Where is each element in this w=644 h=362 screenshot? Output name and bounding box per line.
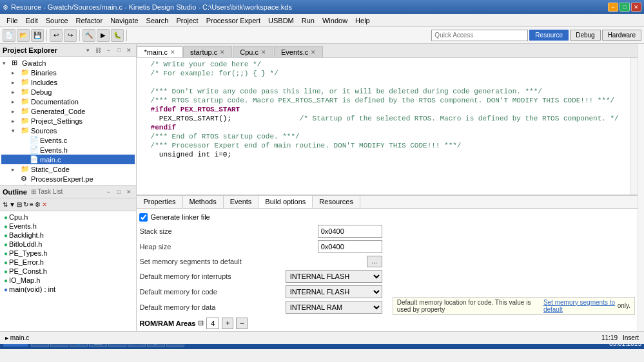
outline-bullet-icon: ● [4,232,8,239]
tree-item[interactable]: 📄main.c [1,155,135,164]
build-icon[interactable]: 🔨 [83,29,95,42]
editor-tab-Events-c[interactable]: Events.c✕ [274,46,323,57]
outline-item[interactable]: ●Backlight.h [1,231,135,240]
toolbar-sep-1 [46,30,47,41]
tree-item[interactable]: ⚙ProcessorExpert.pe [1,174,135,184]
redo-icon[interactable]: ↪ [64,29,77,42]
menu-item-window[interactable]: Window [318,15,351,26]
new-file-icon[interactable]: 📄 [3,29,15,42]
outline-item[interactable]: ●main(void) : int [1,285,135,294]
default-data-select[interactable]: INTERNAL RAM [286,301,382,314]
menu-item-run[interactable]: Run [298,15,318,26]
outline-max-icon[interactable]: □ [114,187,123,196]
editor-scrollbar[interactable] [630,58,638,195]
tree-item[interactable]: 📄Events.c [1,135,135,145]
set-memory-button[interactable]: ... [367,256,382,267]
menu-item-source[interactable]: Source [42,15,72,26]
editor-tab-Cpu-c[interactable]: Cpu.c✕ [233,46,273,57]
prop-tab-methods[interactable]: Methods [183,196,224,208]
tree-expand-icon [21,137,28,144]
prop-tab-resources[interactable]: Resources [313,196,360,208]
close-button[interactable]: ✕ [631,3,641,12]
menu-item-file[interactable]: File [3,15,22,26]
stack-size-input[interactable] [318,225,382,238]
tree-item[interactable]: 📄Events.h [1,145,135,155]
menu-item-search[interactable]: Search [142,15,173,26]
debug-icon[interactable]: 🐛 [111,29,124,42]
generate-linker-checkbox[interactable] [139,213,148,222]
tree-item[interactable]: ▸📁Debug [1,87,135,97]
perspective-btn-debug[interactable]: Debug [570,30,600,41]
code-editor[interactable]: /* Write your code here */ /* For exampl… [137,58,638,195]
save-icon[interactable]: 💾 [31,29,44,42]
prop-tab-build-options[interactable]: Build options [259,196,313,208]
panel-min-icon[interactable]: − [104,46,113,55]
outline-item[interactable]: ●BitloLddl.h [1,240,135,249]
undo-icon[interactable]: ↩ [50,29,63,42]
settings-icon[interactable]: ⚙ [35,201,41,208]
mark-icon[interactable]: ✕ [42,201,47,208]
outline-item[interactable]: ●Events.h [1,222,135,231]
sort-icon[interactable]: ⇅ [3,201,8,208]
open-icon[interactable]: 📂 [17,29,30,42]
tree-item[interactable]: ▾📁Sources [1,126,135,135]
tree-item[interactable]: ▸📁Binaries [1,68,135,77]
filter-icon[interactable]: ▼ [9,201,15,208]
menu-item-edit[interactable]: Edit [22,15,42,26]
editor-tab--main-c[interactable]: *main.c✕ [137,46,182,57]
romram-remove-button[interactable]: − [236,318,248,329]
panel-close-icon[interactable]: ✕ [124,46,133,55]
tree-item[interactable]: ▸📁Generated_Code [1,106,135,116]
outline-item[interactable]: ●PE_Types.h [1,249,135,258]
tab-close-icon[interactable]: ✕ [311,49,316,55]
prop-tab-events[interactable]: Events [224,196,259,208]
default-interrupts-select[interactable]: INTERNAL FLASH [286,270,382,283]
menu-item-project[interactable]: Project [172,15,202,26]
perspective-btn-resource[interactable]: Resource [529,30,569,41]
info-link[interactable]: Set memory segments to default [543,299,618,313]
menu-item-usbdm[interactable]: USBDM [264,15,298,26]
outline-item[interactable]: ●Cpu.h [1,213,135,222]
code-line: unsigned int i=0; [142,151,632,160]
link-icon[interactable]: ⛓ [93,46,102,55]
tree-type-icon: 📄 [30,146,39,154]
tab-close-icon[interactable]: ✕ [261,49,266,55]
tab-close-icon[interactable]: ✕ [170,49,175,55]
romram-header: ROM/RAM Areas ⊟ 4 + − [139,318,635,329]
minimize-button[interactable]: − [608,3,618,12]
default-code-select[interactable]: INTERNAL FLASH [286,285,382,298]
quick-access-input[interactable] [431,30,528,41]
romram-add-button[interactable]: + [222,318,233,329]
panel-max-icon[interactable]: □ [114,46,123,55]
menu-item-processor expert[interactable]: Processor Expert [202,15,264,26]
tree-item[interactable]: ▸📁Static_Code [1,164,135,174]
menu-item-help[interactable]: Help [351,15,374,26]
status-text: ▸ main.c [5,334,29,341]
editor-tab-startup-c[interactable]: startup.c✕ [183,46,232,57]
tab-close-icon[interactable]: ✕ [220,49,225,55]
outline-item[interactable]: ●PE_Error.h [1,258,135,267]
tree-item[interactable]: ▸📁Project_Settings [1,116,135,126]
collapse-icon[interactable]: ▾ [83,46,92,55]
outline-close-icon[interactable]: ✕ [124,187,133,196]
collapse-all-icon[interactable]: ≡ [30,201,34,208]
run-icon[interactable]: ▶ [97,29,110,42]
perspective-btn-hardware[interactable]: Hardware [602,30,641,41]
menu-item-refactor[interactable]: Refactor [72,15,107,26]
outline-item[interactable]: ●IO_Map.h [1,276,135,285]
sync-icon[interactable]: ↻ [23,201,28,208]
tree-item[interactable]: 📋ProjectInfo.xml [1,184,135,185]
tree-item[interactable]: ▸📁Documentation [1,97,135,106]
outline-min-icon[interactable]: − [104,187,113,196]
maximize-button[interactable]: □ [620,3,630,12]
outline-item[interactable]: ●PE_Const.h [1,267,135,276]
heap-size-input[interactable] [318,240,382,253]
hide-fields-icon[interactable]: ⊟ [17,201,22,208]
tree-item[interactable]: ▸📁Includes [1,77,135,87]
tree-item[interactable]: ▾⊞Gwatch [1,58,135,68]
romram-minus-icon[interactable]: ⊟ [198,319,204,327]
right-panel-scrollbar[interactable] [638,44,644,331]
menu-item-navigate[interactable]: Navigate [106,15,142,26]
prop-tab-properties[interactable]: Properties [137,196,182,208]
generate-linker-label: Generate linker file [150,213,210,221]
